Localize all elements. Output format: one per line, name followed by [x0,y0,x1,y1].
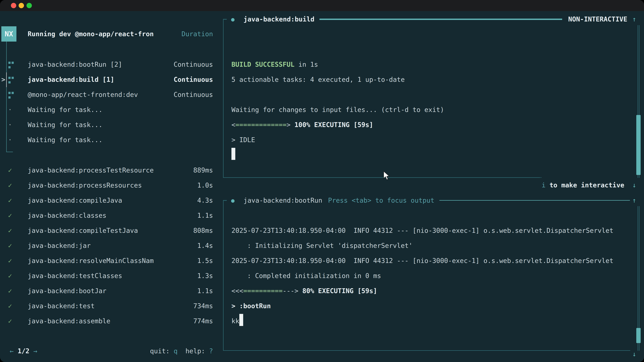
task-label: Waiting for task... [28,117,102,132]
mouse-cursor-icon [383,171,391,182]
log-line: : Initializing Servlet 'dispatcherServle… [232,238,614,253]
task-row[interactable]: ✓java-backend:processTestResource889ms [0,163,213,178]
log-line: 2025-07-23T13:40:18.950-04:00 INFO 44312… [232,223,614,238]
selected-task-marker: > [1,72,5,87]
help-key: ? [209,347,213,355]
log-segment: 2025-07-23T13:40:18.950-04:00 INFO 44312… [232,227,614,234]
task-success-icon: ✓ [8,163,12,178]
task-label: java-backend:test [28,299,94,314]
task-row[interactable]: ✓java-backend:classes1.1s [0,208,213,223]
task-duration: 4.3s [197,193,213,208]
task-pending-icon: · [8,117,12,132]
task-label: java-backend:processTestResource [28,163,154,178]
task-row[interactable]: ✓java-backend:assemble774ms [0,314,213,329]
minimize-window-icon[interactable] [18,3,24,8]
log-segment: > IDLE [232,136,255,144]
log-segment: ========== [243,287,282,295]
interactive-hint-key: i [542,181,546,189]
build-log: BUILD SUCCESSFUL in 1s5 actionable tasks… [232,57,444,163]
task-list-footer: ← 1/2 → quit: q help: ? [0,344,213,359]
pagination[interactable]: ← 1/2 → [10,344,37,359]
task-spinner-icon [8,92,10,94]
log-line: kk [232,314,614,329]
scrollbar-thumb[interactable] [636,115,641,175]
task-pending-icon: · [8,102,12,117]
page-left-icon[interactable]: ← [10,347,14,355]
keyboard-hints: quit: q help: ? [150,344,213,359]
task-row[interactable]: ✓java-backend:processResources1.0s [0,178,213,193]
log-line: BUILD SUCCESSFUL in 1s [232,57,444,72]
task-duration: 1.5s [197,253,213,268]
help-label: help: [178,347,209,355]
task-label: java-backend:classes [28,208,106,223]
page-right-icon[interactable]: → [33,347,37,355]
pane-rule [440,200,630,201]
task-list-title: Running dev @mono-app/react-fron [28,26,154,41]
log-segment: : Completed initialization in 0 ms [232,272,381,280]
log-segment: : Initializing Servlet 'dispatcherServle… [232,242,412,249]
duration-column-header: Duration [182,26,213,41]
task-row[interactable]: ·Waiting for task... [0,117,213,132]
task-label: java-backend:compileJava [28,193,122,208]
task-duration: 734ms [193,299,213,314]
window-titlebar [0,0,644,11]
page-indicator: 1/2 [14,347,33,355]
task-success-icon: ✓ [8,193,12,208]
task-success-icon: ✓ [8,283,12,299]
task-row[interactable]: ·Waiting for task... [0,132,213,147]
scroll-up-icon[interactable]: ↑ [629,12,639,27]
close-window-icon[interactable] [11,3,16,8]
log-segment [290,121,294,129]
completed-task-list: ✓java-backend:processTestResource889ms✓j… [0,163,213,329]
task-success-icon: ✓ [8,223,12,238]
pane-corner [223,200,227,201]
log-line [232,147,444,163]
task-duration: 1.1s [197,283,213,299]
scroll-up-icon[interactable]: ↑ [629,193,639,208]
task-status-icon: ● [231,193,234,208]
task-label: java-backend:bootRun [2] [28,57,122,72]
task-label: java-backend:processResources [28,178,142,193]
log-segment: < [232,121,235,129]
log-line: <=============> 100% EXECUTING [59s] [232,117,444,132]
task-list-panel: NX Running dev @mono-app/react-fron Dura… [0,11,218,362]
pane-title: java-backend:build [244,12,314,27]
running-task-list: java-backend:bootRun [2]Continuous>java-… [0,57,213,147]
task-row[interactable]: ✓java-backend:bootJar1.1s [0,283,213,299]
task-label: java-backend:assemble [28,314,110,329]
task-label: java-backend:resolveMainClassNam [28,253,154,268]
task-row[interactable]: @mono-app/react-frontend:devContinuous [0,87,213,102]
task-row[interactable]: ✓java-backend:compileTestJava808ms [0,223,213,238]
task-list-header: Running dev @mono-app/react-fron Duratio… [0,26,213,41]
task-row[interactable]: ✓java-backend:compileJava4.3s [0,193,213,208]
interactive-hint: i to make interactive [540,178,630,193]
pane-border-left [223,200,224,351]
scroll-down-icon[interactable]: ↓ [629,178,639,193]
task-success-icon: ✓ [8,238,12,253]
task-row[interactable]: ✓java-backend:test734ms [0,299,213,314]
task-row[interactable]: ✓java-backend:jar1.4s [0,238,213,253]
task-row[interactable]: >java-backend:build [1]Continuous [0,72,213,87]
task-spinner-icon [8,77,10,79]
log-segment: 100% EXECUTING [59s] [294,121,373,129]
scrollbar-thumb[interactable] [636,328,641,343]
log-segment: ============= [235,121,286,129]
task-row[interactable]: ✓java-backend:resolveMainClassNam1.5s [0,253,213,268]
pane-border-left [223,19,224,178]
terminal-window: NX Running dev @mono-app/react-fron Dura… [0,0,644,362]
task-pending-icon: · [8,132,12,147]
pane-border-bottom [223,177,542,178]
task-row[interactable]: java-backend:bootRun [2]Continuous [0,57,213,72]
pane-title: java-backend:bootRun [244,193,322,208]
task-label: Waiting for task... [28,132,102,147]
task-duration: 1.3s [197,268,213,283]
scroll-down-icon[interactable]: ↓ [629,347,639,362]
task-row[interactable]: ✓java-backend:testClasses1.3s [0,268,213,283]
task-duration: 1.1s [197,208,213,223]
log-segment: > [286,121,290,129]
log-line: : Completed initialization in 0 ms [232,268,614,283]
zoom-window-icon[interactable] [26,3,32,8]
task-row[interactable]: ·Waiting for task... [0,102,213,117]
task-status: Continuous [174,57,213,72]
task-duration: 808ms [193,223,213,238]
